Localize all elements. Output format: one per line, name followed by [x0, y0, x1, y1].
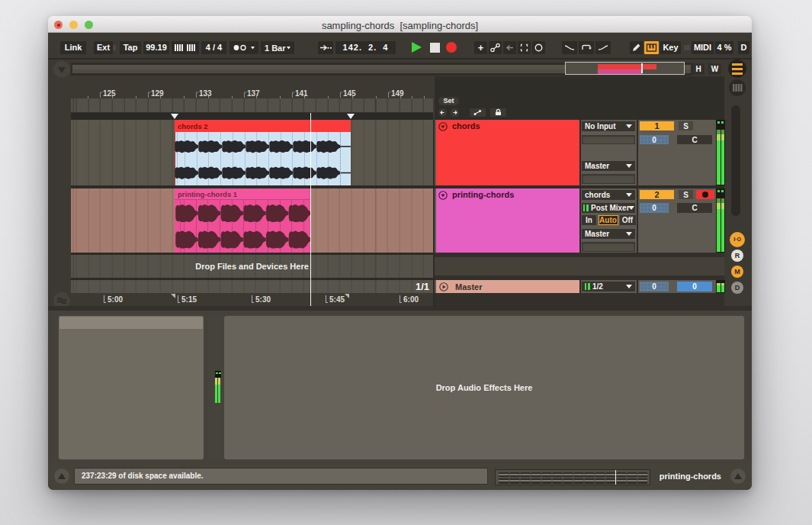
svg-text:5:45: 5:45: [329, 295, 345, 304]
svg-text:5:15: 5:15: [181, 295, 197, 304]
svg-text:6:00: 6:00: [403, 295, 419, 304]
svg-text:5:00: 5:00: [108, 295, 123, 304]
svg-text:1 Bar: 1 Bar: [265, 43, 286, 53]
svg-text:5:30: 5:30: [255, 295, 271, 304]
